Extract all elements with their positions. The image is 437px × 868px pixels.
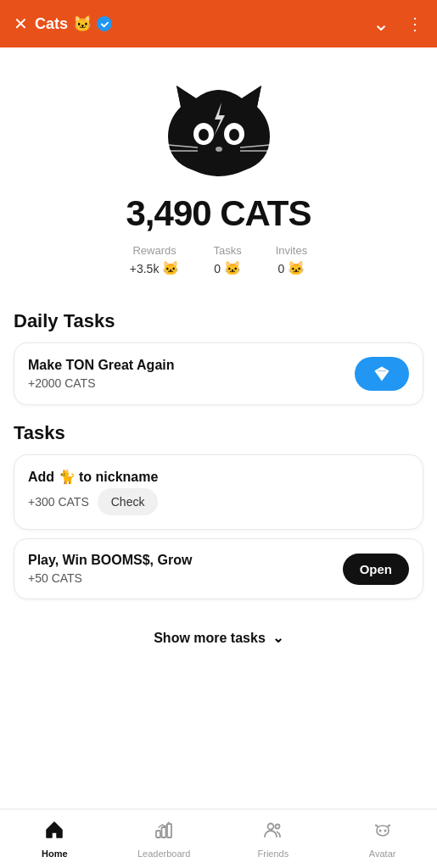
- task-reward-0: +300 CATS: [28, 495, 89, 509]
- avatar-icon: [373, 820, 393, 845]
- invites-value: 0 🐱: [278, 260, 305, 276]
- invites-cat-icon: 🐱: [288, 260, 305, 276]
- cats-count: 3,490 CATS: [126, 193, 311, 234]
- nav-home[interactable]: Home: [0, 810, 109, 868]
- ton-action-button[interactable]: [355, 357, 409, 391]
- svg-point-12: [267, 823, 273, 829]
- menu-icon[interactable]: ⋮: [406, 14, 423, 34]
- nav-leaderboard[interactable]: Leaderboard: [109, 810, 219, 868]
- chevron-down-icon: ⌄: [272, 630, 283, 646]
- rewards-label: Rewards: [132, 244, 176, 257]
- tasks-title: Tasks: [14, 422, 423, 444]
- daily-task-item-0: Make TON Great Again +2000 CATS: [14, 342, 423, 405]
- rewards-cat-icon: 🐱: [162, 260, 179, 276]
- svg-point-15: [384, 829, 386, 832]
- svg-point-4: [216, 147, 222, 152]
- app-title: Cats: [35, 15, 68, 33]
- invites-number: 0: [278, 262, 285, 275]
- svg-rect-9: [156, 831, 160, 837]
- stat-tasks: Tasks 0 🐱: [213, 244, 241, 276]
- stat-invites: Invites 0 🐱: [276, 244, 308, 276]
- nav-friends-label: Friends: [258, 849, 289, 859]
- cat-logo: [164, 73, 274, 183]
- invites-label: Invites: [276, 244, 308, 257]
- daily-task-name-0: Make TON Great Again: [28, 358, 175, 373]
- svg-rect-11: [167, 824, 171, 837]
- daily-task-info-0: Make TON Great Again +2000 CATS: [28, 358, 175, 390]
- svg-point-13: [275, 824, 279, 828]
- bottom-nav: Home Leaderboard Friends: [0, 809, 437, 868]
- show-more-button[interactable]: Show more tasks ⌄: [14, 616, 423, 663]
- close-icon[interactable]: ✕: [14, 14, 28, 34]
- friends-icon: [263, 820, 283, 845]
- stat-rewards: Rewards +3.5k 🐱: [130, 244, 180, 276]
- svg-rect-10: [162, 827, 166, 837]
- cat-emoji: 🐱: [73, 14, 92, 33]
- task-name-1: Play, Win BOOMS$, Grow: [28, 553, 192, 568]
- rewards-number: +3.5k: [130, 262, 160, 275]
- home-icon: [44, 820, 64, 845]
- task-name-0: Add 🐈 to nickname: [28, 469, 158, 485]
- task-item-0: Add 🐈 to nickname +300 CATS Check: [14, 454, 423, 530]
- tasks-cat-icon: 🐱: [224, 260, 241, 276]
- tasks-number: 0: [214, 262, 221, 275]
- svg-point-14: [378, 829, 381, 832]
- daily-tasks-title: Daily Tasks: [14, 310, 423, 332]
- stats-row: Rewards +3.5k 🐱 Tasks 0 🐱 Invites 0 🐱: [130, 244, 307, 276]
- leaderboard-icon: [154, 820, 174, 845]
- main-content: 3,490 CATS Rewards +3.5k 🐱 Tasks 0 🐱 Inv…: [0, 47, 437, 731]
- daily-task-reward-0: +2000 CATS: [28, 376, 175, 390]
- nav-leaderboard-label: Leaderboard: [137, 849, 190, 859]
- rewards-value: +3.5k 🐱: [130, 260, 180, 276]
- svg-point-3: [229, 129, 239, 141]
- nav-avatar-label: Avatar: [369, 849, 396, 859]
- task-info-0: Add 🐈 to nickname +300 CATS Check: [28, 469, 158, 515]
- verified-badge: [97, 16, 112, 31]
- check-button[interactable]: Check: [98, 488, 159, 515]
- task-reward-1: +50 CATS: [28, 571, 192, 585]
- nav-home-label: Home: [42, 849, 68, 859]
- daily-tasks-section: Daily Tasks Make TON Great Again +2000 C…: [14, 310, 423, 405]
- header-right: ⌄ ⋮: [373, 12, 423, 36]
- cat-hero: 3,490 CATS Rewards +3.5k 🐱 Tasks 0 🐱 Inv…: [14, 47, 423, 310]
- tasks-value: 0 🐱: [214, 260, 241, 276]
- svg-point-2: [199, 129, 209, 141]
- task-info-1: Play, Win BOOMS$, Grow +50 CATS: [28, 553, 192, 585]
- task-item-1: Play, Win BOOMS$, Grow +50 CATS Open: [14, 538, 423, 599]
- tasks-label: Tasks: [213, 244, 241, 257]
- nav-avatar[interactable]: Avatar: [328, 810, 437, 868]
- show-more-text: Show more tasks: [154, 631, 266, 646]
- nav-friends[interactable]: Friends: [219, 810, 328, 868]
- header-left: ✕ Cats 🐱: [14, 14, 112, 34]
- dropdown-icon[interactable]: ⌄: [373, 12, 389, 36]
- header: ✕ Cats 🐱 ⌄ ⋮: [0, 0, 437, 47]
- tasks-section: Tasks Add 🐈 to nickname +300 CATS Check …: [14, 422, 423, 599]
- header-title: Cats 🐱: [35, 14, 112, 33]
- open-button[interactable]: Open: [343, 554, 409, 585]
